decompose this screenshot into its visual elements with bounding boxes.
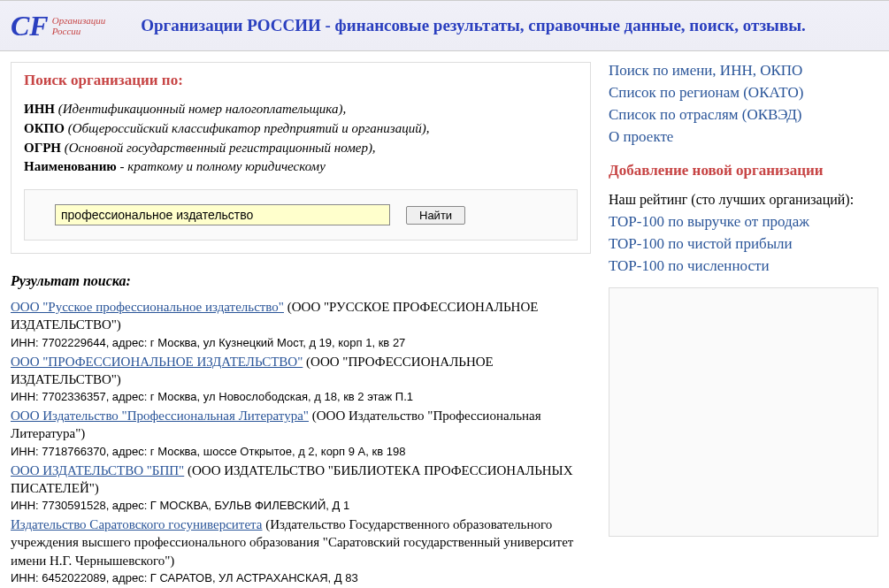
ad-placeholder (609, 287, 878, 537)
search-criteria-line: ОКПО (Общероссийский классификатор предп… (24, 119, 578, 139)
results-list: ООО "Русское профессиональное издательст… (11, 298, 591, 588)
search-criteria-line: Наименованию - краткому и полному юридич… (24, 157, 578, 177)
result-meta: ИНН: 7718766370, адрес: г Москва, шоссе … (11, 445, 591, 458)
search-title: Поиск организации по: (24, 72, 578, 89)
search-criteria-line: ОГРН (Основной государственный регистрац… (24, 139, 578, 158)
sidebar-top-links: Поиск по имени, ИНН, ОКПОСписок по регио… (609, 62, 878, 146)
sidebar-link[interactable]: Список по отраслям (ОКВЭД) (609, 106, 878, 124)
result-item: ООО "Русское профессиональное издательст… (11, 298, 591, 334)
sidebar-rating-link[interactable]: TOP-100 по численности (609, 257, 878, 275)
result-link[interactable]: ООО "Русское профессиональное издательст… (11, 300, 284, 314)
result-meta: ИНН: 7730591528, адрес: Г МОСКВА, БУЛЬВ … (11, 499, 591, 512)
results-title: Рузультат поиска: (11, 273, 591, 289)
result-link[interactable]: Издательство Саратовского госуниверситет… (11, 517, 262, 531)
sidebar-link[interactable]: Список по регионам (ОКАТО) (609, 84, 878, 102)
result-meta: ИНН: 7702336357, адрес: г Москва, ул Нов… (11, 390, 591, 403)
result-item: ООО Издательство "Профессиональная Литер… (11, 407, 591, 443)
logo[interactable]: CF Организации России (11, 10, 105, 42)
sidebar-link[interactable]: Поиск по имени, ИНН, ОКПО (609, 62, 878, 80)
result-link[interactable]: ООО Издательство "Профессиональная Литер… (11, 409, 309, 423)
result-link[interactable]: ООО "ПРОФЕССИОНАЛЬНОЕ ИЗДАТЕЛЬСТВО" (11, 355, 303, 369)
page-title: Организации РОССИИ - финансовые результа… (141, 16, 806, 35)
sidebar-link[interactable]: О проекте (609, 128, 878, 146)
sidebar-rating-link[interactable]: TOP-100 по выручке от продаж (609, 213, 878, 231)
logo-cf-icon: CF (11, 10, 49, 42)
search-form: Найти (24, 189, 578, 241)
logo-text: Организации России (52, 15, 105, 36)
sidebar-rating-label: Наш рейтинг (сто лучших организаций): (609, 192, 878, 208)
result-link[interactable]: ООО ИЗДАТЕЛЬСТВО "БПП" (11, 463, 184, 477)
search-input[interactable] (55, 204, 390, 225)
result-meta: ИНН: 7702229644, адрес: г Москва, ул Куз… (11, 336, 591, 349)
search-criteria-line: ИНН (Идентификационный номер налогоплате… (24, 100, 578, 119)
sidebar-rating-links: TOP-100 по выручке от продажTOP-100 по ч… (609, 213, 878, 275)
result-item: ООО ИЗДАТЕЛЬСТВО "БПП" (ООО ИЗДАТЕЛЬСТВО… (11, 462, 591, 498)
search-panel: Поиск организации по: ИНН (Идентификацио… (11, 62, 591, 254)
search-button[interactable]: Найти (406, 206, 465, 225)
result-item: ООО "ПРОФЕССИОНАЛЬНОЕ ИЗДАТЕЛЬСТВО" (ООО… (11, 353, 591, 389)
header: CF Организации России Организации РОССИИ… (0, 0, 889, 51)
result-meta: ИНН: 6452022089, адрес: Г САРАТОВ, УЛ АС… (11, 571, 591, 584)
sidebar-add-new[interactable]: Добавление новой организации (609, 162, 878, 179)
sidebar-rating-link[interactable]: TOP-100 по чистой прибыли (609, 235, 878, 253)
result-item: Издательство Саратовского госуниверситет… (11, 515, 591, 569)
search-criteria-list: ИНН (Идентификационный номер налогоплате… (24, 100, 578, 177)
sidebar: Поиск по имени, ИНН, ОКПОСписок по регио… (609, 62, 878, 537)
